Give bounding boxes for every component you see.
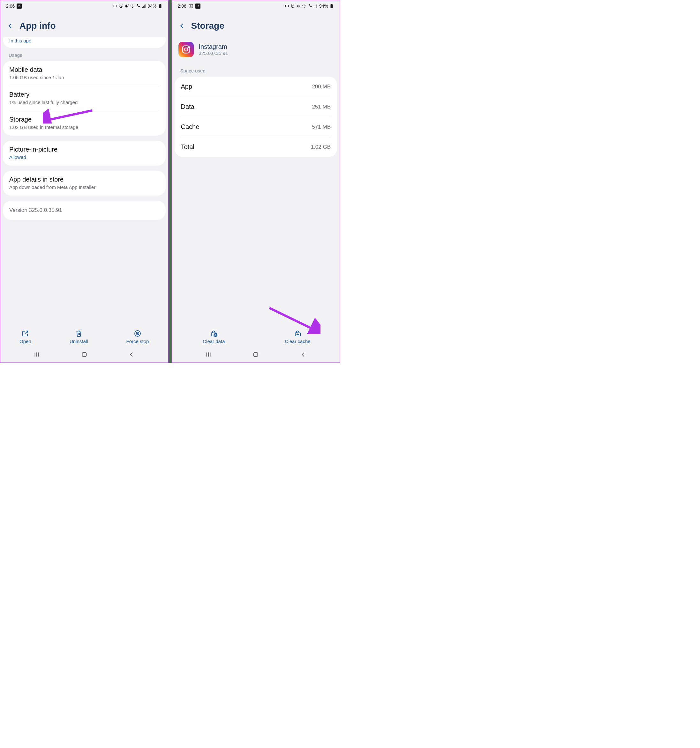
back-icon[interactable] — [178, 22, 186, 29]
app-size-row: App 200 MB — [175, 77, 337, 97]
image-icon — [188, 3, 193, 9]
instagram-icon — [178, 42, 194, 57]
svg-rect-6 — [142, 7, 143, 8]
open-icon — [21, 330, 29, 337]
details-card[interactable]: App details in store App downloaded from… — [3, 171, 166, 196]
wifi-icon — [130, 4, 135, 8]
mute-icon — [125, 4, 129, 8]
set-default-sub: In this app — [9, 38, 159, 43]
svg-point-36 — [188, 47, 189, 48]
card-icon — [113, 4, 117, 8]
space-used-label: Space used — [175, 64, 337, 77]
uninstall-button[interactable]: Uninstall — [70, 330, 88, 344]
data-size-row: Data 251 MB — [175, 97, 337, 117]
version-text: Version 325.0.0.35.91 — [3, 201, 166, 220]
nav-bar — [0, 345, 168, 362]
status-bar: 2:06 in 94% — [172, 0, 340, 11]
svg-point-35 — [184, 48, 188, 51]
wifi-icon — [302, 4, 306, 8]
back-icon[interactable] — [7, 22, 14, 29]
set-default-row[interactable]: Set as default In this app — [3, 37, 166, 48]
left-screen: 2:06 in 94% App info Set as default In t… — [0, 0, 169, 363]
battery-percent: 94% — [148, 3, 157, 9]
clear-data-button[interactable]: Clear data — [172, 330, 256, 344]
total-size-row: Total 1.02 GB — [175, 137, 337, 157]
page-title: App info — [20, 21, 56, 31]
clear-data-icon — [210, 330, 218, 337]
app-version: 325.0.0.35.91 — [199, 50, 228, 56]
svg-rect-24 — [285, 5, 288, 8]
details-row: App details in store App downloaded from… — [3, 171, 166, 196]
battery-icon — [329, 4, 334, 8]
status-bar: 2:06 in 94% — [0, 0, 168, 11]
space-used-card: App 200 MB Data 251 MB Cache 571 MB Tota… — [175, 77, 337, 157]
pip-row: Picture-in-picture Allowed — [3, 141, 166, 166]
screenshot-divider — [169, 0, 172, 363]
volte-icon — [136, 4, 140, 8]
alarm-icon — [291, 4, 295, 8]
mute-icon — [296, 4, 301, 8]
svg-point-21 — [190, 5, 190, 6]
nav-back-icon[interactable] — [128, 351, 135, 358]
svg-text:in: in — [18, 5, 21, 8]
volte-icon — [308, 4, 312, 8]
home-icon[interactable] — [81, 351, 88, 358]
svg-line-26 — [299, 5, 300, 8]
clear-cache-button[interactable]: Clear cache — [256, 330, 339, 344]
svg-rect-29 — [315, 6, 315, 8]
mobile-data-row[interactable]: Mobile data 1.06 GB used since 1 Jan — [3, 61, 166, 86]
svg-rect-19 — [82, 353, 86, 357]
usage-card: Mobile data 1.06 GB used since 1 Jan Bat… — [3, 61, 166, 135]
nav-bar — [172, 345, 340, 362]
action-bar: Open Uninstall Force stop — [0, 328, 168, 345]
pip-card[interactable]: Picture-in-picture Allowed — [3, 141, 166, 166]
battery-row[interactable]: Battery 1% used since last fully charged — [3, 86, 166, 111]
page-header: Storage — [172, 11, 340, 37]
home-icon[interactable] — [252, 351, 259, 358]
recents-icon[interactable] — [33, 351, 40, 358]
linkedin-icon: in — [17, 3, 22, 9]
recents-icon[interactable] — [205, 351, 212, 358]
svg-line-4 — [127, 5, 129, 8]
stop-icon — [134, 330, 142, 337]
svg-rect-31 — [317, 5, 317, 8]
alarm-icon — [119, 4, 123, 8]
signal-icon — [313, 4, 318, 8]
storage-row[interactable]: Storage 1.02 GB used in Internal storage — [3, 111, 166, 135]
usage-label: Usage — [3, 48, 166, 61]
svg-rect-30 — [316, 5, 317, 8]
signal-icon — [142, 4, 146, 8]
svg-rect-32 — [331, 5, 333, 8]
svg-rect-11 — [160, 4, 161, 5]
svg-rect-8 — [144, 5, 145, 8]
svg-rect-2 — [114, 5, 117, 8]
status-time: 2:06 — [6, 3, 15, 9]
svg-rect-47 — [254, 353, 258, 357]
battery-percent: 94% — [319, 3, 328, 9]
svg-rect-7 — [143, 6, 144, 8]
version-card: Version 325.0.0.35.91 — [3, 201, 166, 220]
status-time: 2:06 — [178, 3, 186, 9]
force-stop-button[interactable]: Force stop — [126, 330, 149, 344]
linkedin-icon: in — [195, 3, 201, 9]
svg-text:in: in — [196, 5, 199, 8]
app-header: Instagram 325.0.0.35.91 — [172, 37, 340, 64]
open-button[interactable]: Open — [20, 330, 31, 344]
svg-rect-28 — [314, 7, 314, 8]
right-screen: 2:06 in 94% Storage Instagram 325.0.0.35… — [172, 0, 340, 363]
app-name: Instagram — [199, 43, 228, 50]
card-icon — [285, 4, 289, 8]
svg-rect-10 — [159, 5, 161, 8]
trash-icon — [75, 330, 83, 337]
clear-cache-icon — [294, 330, 302, 337]
page-title: Storage — [191, 21, 224, 31]
svg-rect-9 — [145, 5, 146, 8]
action-bar: Clear data Clear cache — [172, 328, 340, 345]
cache-size-row: Cache 571 MB — [175, 117, 337, 137]
nav-back-icon[interactable] — [300, 351, 307, 358]
page-header: App info — [0, 11, 168, 37]
svg-rect-33 — [331, 4, 332, 5]
svg-line-38 — [269, 308, 314, 330]
battery-icon — [158, 4, 163, 8]
